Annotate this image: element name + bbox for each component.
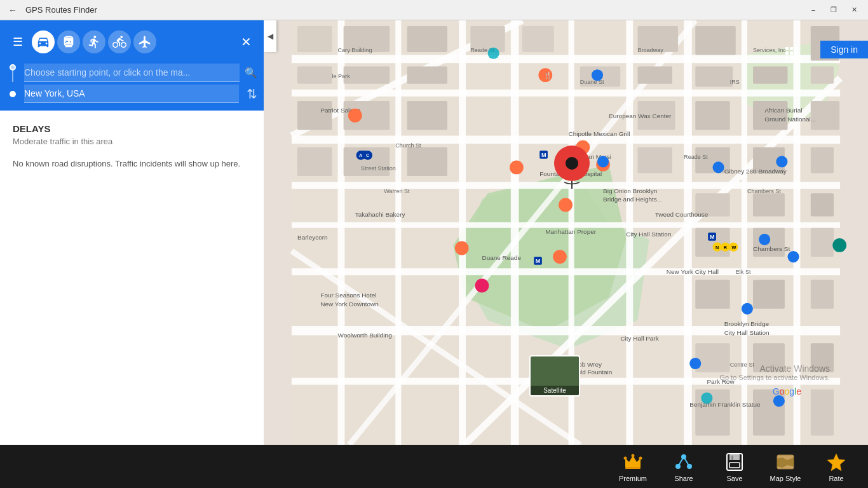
- cycling-mode-button[interactable]: [108, 30, 131, 53]
- maximize-button[interactable]: ❐: [825, 4, 843, 17]
- svg-rect-69: [811, 390, 834, 436]
- transit-mode-button[interactable]: [57, 30, 80, 53]
- menu-button[interactable]: ☰: [6, 30, 29, 53]
- rate-button[interactable]: Rate: [811, 445, 862, 488]
- svg-rect-61: [695, 280, 729, 308]
- svg-text:Tweed Courthouse: Tweed Courthouse: [655, 211, 709, 218]
- apps-grid-icon[interactable]: [779, 41, 804, 66]
- collapse-sidebar-button[interactable]: ◀: [264, 20, 276, 52]
- swap-button[interactable]: ⇅: [247, 86, 257, 102]
- save-button[interactable]: Save: [709, 445, 760, 488]
- svg-point-164: [773, 395, 785, 407]
- svg-line-190: [684, 457, 689, 466]
- svg-text:European Wax Center: European Wax Center: [609, 112, 672, 119]
- svg-text:Barleycorn: Barleycorn: [297, 234, 328, 241]
- no-disruptions-text: No known road disruptions. Traffic incid…: [13, 159, 251, 168]
- activate-windows-watermark: Activate Windows Go to Settings to activ…: [719, 363, 830, 381]
- svg-text:City Hall Station: City Hall Station: [626, 231, 671, 238]
- app-title: GPS Routes Finder: [25, 5, 804, 15]
- svg-point-171: [566, 157, 578, 170]
- destination-input[interactable]: [24, 85, 239, 103]
- minimize-button[interactable]: −: [804, 4, 822, 17]
- search-icon[interactable]: 🔍: [245, 67, 257, 79]
- svg-text:Big Onion Brooklyn: Big Onion Brooklyn: [603, 187, 657, 194]
- window-controls: − ❐ ✕: [804, 4, 863, 17]
- map-style-icon: [774, 451, 797, 473]
- map-container[interactable]: Cary Building Reade St Broadway Services…: [264, 20, 868, 445]
- svg-rect-38: [695, 67, 733, 87]
- svg-text:Takahachi Bakery: Takahachi Bakery: [355, 211, 405, 218]
- svg-rect-67: [695, 390, 729, 436]
- map-location-pin: [553, 138, 591, 189]
- share-button[interactable]: Share: [658, 445, 709, 488]
- svg-rect-175: [785, 51, 789, 55]
- driving-mode-button[interactable]: [32, 30, 55, 53]
- svg-rect-194: [731, 456, 733, 460]
- svg-rect-39: [753, 67, 787, 84]
- svg-rect-180: [794, 56, 797, 59]
- svg-rect-48: [297, 147, 332, 176]
- svg-text:Benjamin Franklin Statue: Benjamin Franklin Statue: [689, 401, 761, 408]
- navbar: ☰ ✕: [0, 20, 264, 64]
- svg-rect-15: [511, 20, 519, 445]
- map-style-button[interactable]: Map Style: [760, 445, 811, 488]
- start-point-input[interactable]: [24, 64, 240, 82]
- svg-rect-173: [790, 47, 793, 50]
- svg-rect-54: [811, 147, 834, 173]
- svg-rect-34: [344, 67, 390, 84]
- svg-rect-193: [729, 463, 740, 468]
- svg-text:Street Station: Street Station: [361, 165, 396, 172]
- svg-text:Church St: Church St: [395, 142, 421, 149]
- svg-rect-27: [407, 26, 447, 52]
- route-inputs: 🔍 ⇅: [0, 64, 264, 111]
- svg-text:Broadway: Broadway: [637, 47, 663, 53]
- taskbar: Premium Share Save: [0, 445, 868, 488]
- svg-text:le Park: le Park: [332, 73, 350, 79]
- svg-point-165: [832, 238, 846, 252]
- satellite-toggle-button[interactable]: Satellite: [529, 355, 580, 396]
- satellite-label: Satellite: [531, 386, 579, 395]
- svg-rect-25: [297, 26, 332, 52]
- svg-point-151: [510, 161, 524, 175]
- svg-point-183: [624, 457, 627, 460]
- svg-text:IRS: IRS: [730, 79, 740, 85]
- svg-point-169: [701, 392, 712, 403]
- back-button[interactable]: ←: [5, 3, 20, 18]
- svg-rect-50: [407, 147, 447, 176]
- svg-rect-174: [794, 47, 797, 50]
- svg-text:Duane Reade: Duane Reade: [482, 254, 521, 261]
- flight-mode-button[interactable]: [133, 30, 156, 53]
- svg-text:New York City Hall: New York City Hall: [667, 268, 719, 275]
- svg-text:M: M: [710, 234, 715, 240]
- share-label: Share: [674, 475, 693, 482]
- svg-rect-31: [695, 26, 736, 55]
- svg-rect-62: [753, 280, 785, 308]
- svg-text:Warren St: Warren St: [384, 188, 410, 194]
- close-button[interactable]: ✕: [845, 4, 863, 17]
- svg-point-155: [592, 69, 603, 81]
- walking-mode-button[interactable]: [83, 30, 105, 53]
- google-logo: Google: [773, 386, 801, 396]
- svg-text:Chipotle Mexican Grill: Chipotle Mexican Grill: [569, 130, 630, 137]
- svg-rect-176: [790, 51, 793, 55]
- premium-icon: [621, 451, 644, 473]
- sidebar-close-button[interactable]: ✕: [234, 30, 257, 53]
- svg-rect-172: [785, 47, 789, 50]
- info-panel: DELAYS Moderate traffic in this area No …: [0, 111, 264, 445]
- svg-rect-179: [790, 56, 793, 59]
- svg-rect-178: [785, 56, 789, 59]
- svg-rect-63: [811, 280, 834, 308]
- svg-text:Bridge and Heights...: Bridge and Heights...: [603, 196, 662, 203]
- svg-text:Reade St: Reade St: [684, 154, 708, 160]
- svg-text:Manhattan Proper: Manhattan Proper: [545, 228, 596, 235]
- save-label: Save: [726, 475, 742, 482]
- svg-point-185: [639, 457, 642, 460]
- svg-rect-51: [637, 147, 672, 173]
- svg-text:Cary Building: Cary Building: [338, 47, 372, 53]
- svg-marker-196: [827, 454, 845, 471]
- svg-point-158: [597, 156, 609, 167]
- rate-label: Rate: [829, 475, 843, 482]
- premium-button[interactable]: Premium: [607, 445, 658, 488]
- svg-text:🍴: 🍴: [543, 71, 552, 79]
- signin-button[interactable]: Sign in: [820, 41, 868, 58]
